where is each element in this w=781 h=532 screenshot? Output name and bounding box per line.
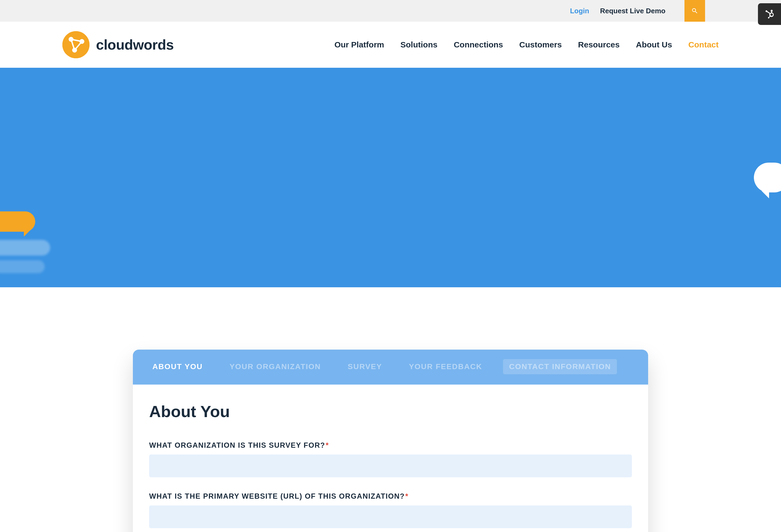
input-url[interactable] xyxy=(149,505,632,528)
field-organization: WHAT ORGANIZATION IS THIS SURVEY FOR?* xyxy=(149,441,632,477)
hubspot-icon xyxy=(764,9,775,19)
form-tabs: ABOUT YOU YOUR ORGANIZATION SURVEY YOUR … xyxy=(133,350,648,385)
label-organization: WHAT ORGANIZATION IS THIS SURVEY FOR?* xyxy=(149,441,632,450)
speech-bubble-orange-icon xyxy=(0,211,35,232)
hero-decor-left xyxy=(0,211,47,232)
tab-survey[interactable]: SURVEY xyxy=(342,359,388,374)
search-button[interactable] xyxy=(685,0,705,22)
required-asterisk: * xyxy=(405,492,408,500)
form-body: About You WHAT ORGANIZATION IS THIS SURV… xyxy=(133,385,648,532)
tab-your-feedback[interactable]: YOUR FEEDBACK xyxy=(403,359,488,374)
request-demo-link[interactable]: Request Live Demo xyxy=(600,7,665,15)
required-asterisk: * xyxy=(326,441,329,449)
svg-point-0 xyxy=(63,31,89,58)
nav-our-platform[interactable]: Our Platform xyxy=(334,40,384,49)
tab-your-organization[interactable]: YOUR ORGANIZATION xyxy=(224,359,327,374)
speech-bubble-white-icon xyxy=(754,163,781,192)
nav-solutions[interactable]: Solutions xyxy=(401,40,438,49)
form-card: ABOUT YOU YOUR ORGANIZATION SURVEY YOUR … xyxy=(133,350,648,532)
speech-bubble-light-icon xyxy=(0,260,45,273)
login-link[interactable]: Login xyxy=(570,7,589,15)
logo[interactable]: cloudwords xyxy=(63,31,174,58)
hero-band xyxy=(0,68,781,287)
logo-text: cloudwords xyxy=(96,37,174,53)
tab-contact-information[interactable]: CONTACT INFORMATION xyxy=(503,359,617,374)
logo-mark-icon xyxy=(63,31,89,58)
tab-about-you[interactable]: ABOUT YOU xyxy=(147,359,209,374)
form-title: About You xyxy=(149,402,632,421)
topbar: Login Request Live Demo xyxy=(0,0,781,22)
nav-links: Our Platform Solutions Connections Custo… xyxy=(334,40,718,49)
hubspot-widget[interactable] xyxy=(758,3,781,25)
label-url: WHAT IS THE PRIMARY WEBSITE (URL) OF THI… xyxy=(149,492,632,500)
speech-bubble-light-icon xyxy=(0,240,50,256)
nav-resources[interactable]: Resources xyxy=(578,40,620,49)
navbar: cloudwords Our Platform Solutions Connec… xyxy=(0,22,781,68)
field-url: WHAT IS THE PRIMARY WEBSITE (URL) OF THI… xyxy=(149,492,632,528)
input-organization[interactable] xyxy=(149,454,632,477)
nav-contact[interactable]: Contact xyxy=(688,40,718,49)
topbar-links: Login Request Live Demo xyxy=(570,0,705,22)
form-shell: ABOUT YOU YOUR ORGANIZATION SURVEY YOUR … xyxy=(133,350,648,532)
search-icon xyxy=(691,7,698,14)
nav-customers[interactable]: Customers xyxy=(519,40,562,49)
nav-connections[interactable]: Connections xyxy=(454,40,503,49)
nav-about-us[interactable]: About Us xyxy=(636,40,672,49)
